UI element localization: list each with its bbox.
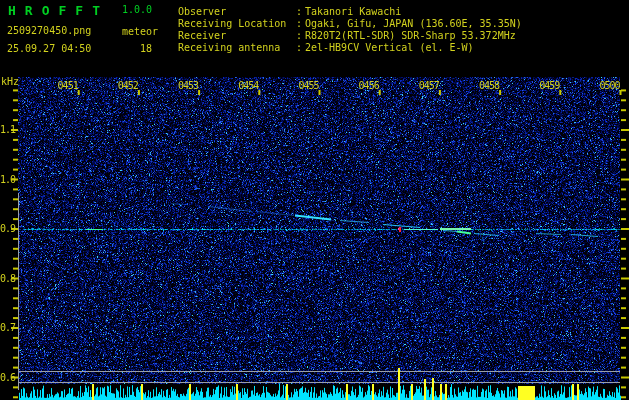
time-tick-label: 0500 — [594, 80, 620, 91]
echo-count: 18 — [140, 43, 152, 55]
station-info-label: Receiving antenna — [178, 42, 296, 54]
observation-datetime: 25.09.27 04:50 — [7, 43, 91, 55]
time-tick-label: 0459 — [533, 80, 559, 91]
station-info-label: Receiver — [178, 30, 296, 42]
station-info-colon: : — [296, 6, 305, 18]
station-info-row: Receiver:R820T2(RTL-SDR) SDR-Sharp 53.37… — [178, 30, 522, 42]
hrofft-window: HROFFT 1.0.0 2509270450.png meteor 25.09… — [0, 0, 629, 400]
frequency-tick-label: 0.8 — [0, 273, 16, 284]
time-tick-label: 0457 — [413, 80, 439, 91]
station-info-value: Takanori Kawachi — [305, 6, 401, 17]
frequency-unit-label: kHz — [1, 76, 19, 88]
frequency-tick-label: 0.9 — [0, 223, 16, 234]
app-version: 1.0.0 — [122, 4, 152, 16]
app-title: HROFFT — [8, 3, 109, 18]
station-info-row: Receiving antenna:2el-HB9CV Vertical (el… — [178, 42, 522, 54]
frequency-tick-label: 1.0 — [0, 174, 16, 185]
frequency-tick-label: 0.7 — [0, 322, 16, 333]
time-tick-label: 0452 — [112, 80, 138, 91]
station-info-value: R820T2(RTL-SDR) SDR-Sharp 53.372MHz — [305, 30, 516, 41]
station-info-label: Receiving Location — [178, 18, 296, 30]
station-info-label: Observer — [178, 6, 296, 18]
station-info-row: Receiving Location:Ogaki, Gifu, JAPAN (1… — [178, 18, 522, 30]
time-tick-label: 0454 — [232, 80, 258, 91]
station-info-row: Observer:Takanori Kawachi — [178, 6, 522, 18]
time-tick-label: 0458 — [473, 80, 499, 91]
station-info-value: 2el-HB9CV Vertical (el. E-W) — [305, 42, 474, 53]
station-info-colon: : — [296, 42, 305, 54]
time-tick-label: 0453 — [172, 80, 198, 91]
station-info-colon: : — [296, 18, 305, 30]
frequency-tick-label: 1.1 — [0, 124, 16, 135]
station-info-value: Ogaki, Gifu, JAPAN (136.60E, 35.35N) — [305, 18, 522, 29]
observation-mode: meteor — [122, 26, 158, 38]
time-tick-label: 0455 — [293, 80, 319, 91]
station-info-colon: : — [296, 30, 305, 42]
time-tick-label: 0451 — [52, 80, 78, 91]
spectrogram-canvas — [0, 0, 629, 400]
station-info-block: Observer:Takanori KawachiReceiving Locat… — [178, 6, 522, 54]
output-filename: 2509270450.png — [7, 25, 91, 37]
frequency-tick-label: 0.6 — [0, 372, 16, 383]
time-tick-label: 0456 — [353, 80, 379, 91]
